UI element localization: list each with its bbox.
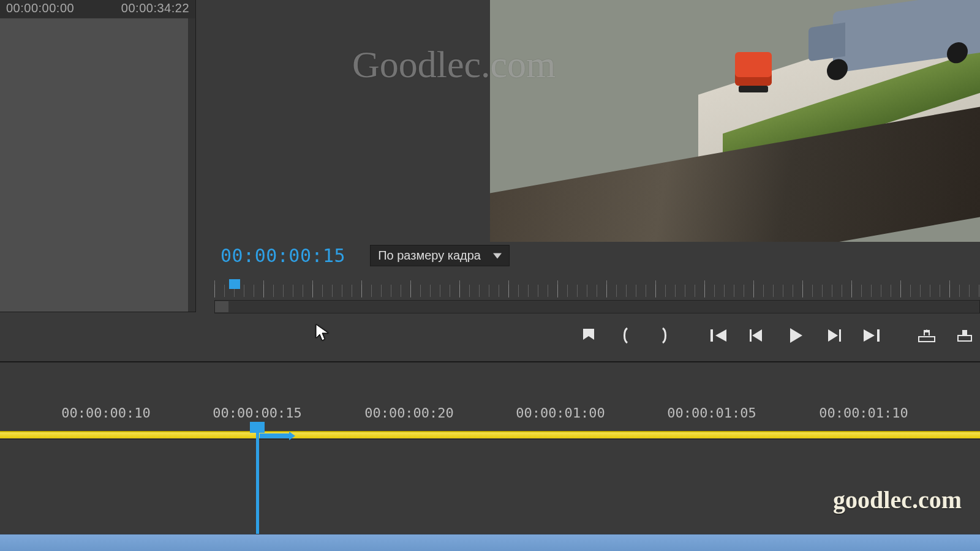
program-video xyxy=(490,0,980,242)
lift-icon[interactable] xyxy=(911,323,942,348)
marker-icon[interactable] xyxy=(573,323,604,348)
source-in-tc: 00:00:00:00 xyxy=(6,1,74,15)
svg-rect-16 xyxy=(962,330,967,335)
extract-icon[interactable] xyxy=(949,323,980,348)
program-timecode[interactable]: 00:00:00:15 xyxy=(221,245,345,266)
svg-rect-12 xyxy=(839,329,841,342)
timeline-tick-label: 00:00:01:10 xyxy=(819,405,908,421)
step-back-icon[interactable] xyxy=(742,323,773,348)
program-panel: Goodlec.com 00:00:00:15 По размеру кадра xyxy=(208,0,980,361)
video-scene xyxy=(490,0,980,242)
timeline-ruler[interactable]: 00:00:00:1000:00:00:1500:00:00:2000:00:0… xyxy=(0,405,980,430)
source-out-tc: 00:00:34:22 xyxy=(121,1,189,15)
svg-rect-13 xyxy=(877,329,880,342)
svg-rect-11 xyxy=(750,329,752,342)
svg-rect-15 xyxy=(958,335,971,341)
playhead-drag-indicator xyxy=(260,433,290,438)
transport-bar xyxy=(208,320,980,351)
source-panel: 00:00:00:00 00:00:34:22 xyxy=(0,0,196,312)
truck-shape xyxy=(833,0,980,73)
timeline-tick-label: 00:00:00:10 xyxy=(61,405,151,421)
timeline-tick-label: 00:00:01:05 xyxy=(667,405,756,421)
video-clip[interactable] xyxy=(0,534,980,551)
in-point-icon[interactable] xyxy=(611,323,642,348)
video-tracks[interactable] xyxy=(0,439,980,531)
go-to-out-icon[interactable] xyxy=(856,323,887,348)
source-scrollbar[interactable] xyxy=(188,18,195,312)
go-to-in-icon[interactable] xyxy=(704,323,735,348)
step-forward-icon[interactable] xyxy=(818,323,849,348)
source-body xyxy=(0,18,188,312)
play-icon[interactable] xyxy=(780,323,811,348)
work-area-bar[interactable] xyxy=(0,432,980,438)
mini-scrollbar[interactable] xyxy=(214,300,980,313)
timeline-tick-label: 00:00:00:20 xyxy=(364,405,454,421)
svg-rect-14 xyxy=(919,337,935,342)
zoom-dropdown[interactable]: По размеру кадра xyxy=(370,245,510,266)
program-mini-ruler[interactable] xyxy=(214,279,980,301)
timeline-panel: 00:00:00:1000:00:00:1500:00:00:2000:00:0… xyxy=(0,361,980,551)
timeline-tick-label: 00:00:01:00 xyxy=(516,405,605,421)
timeline-playhead[interactable] xyxy=(256,424,259,551)
timeline-tick-label: 00:00:00:15 xyxy=(213,405,302,421)
mini-playhead[interactable] xyxy=(229,279,240,289)
svg-rect-10 xyxy=(710,329,713,342)
source-timecodes: 00:00:00:00 00:00:34:22 xyxy=(0,0,195,17)
delivery-robot-shape xyxy=(735,52,772,86)
out-point-icon[interactable] xyxy=(649,323,680,348)
